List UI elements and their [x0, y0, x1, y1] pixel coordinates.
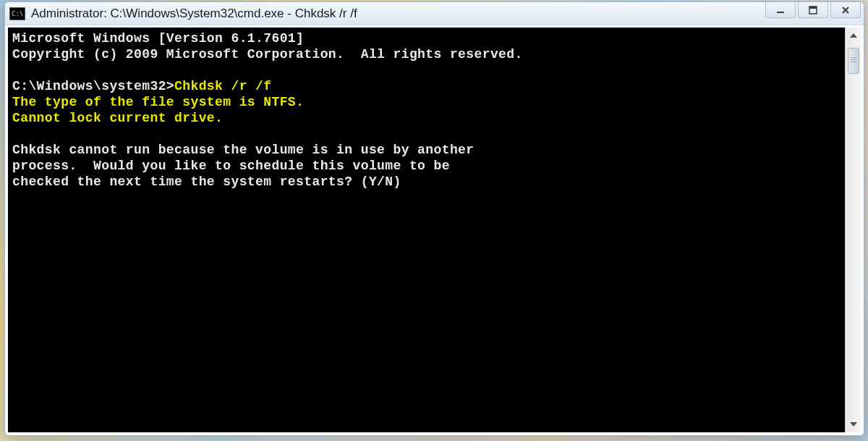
prompt-text: C:\Windows\system32> [12, 79, 174, 93]
console-line: Chkdsk cannot run because the volume is … [12, 142, 841, 158]
scroll-thumb[interactable] [848, 48, 859, 74]
console-line [12, 126, 841, 142]
console-line: Microsoft Windows [Version 6.1.7601] [12, 30, 841, 46]
console-line: checked the next time the system restart… [12, 174, 841, 190]
cmd-window: C:\ Administrator: C:\Windows\System32\c… [4, 1, 864, 436]
console-line: C:\Windows\system32>Chkdsk /r /f [12, 78, 841, 94]
chevron-down-icon [850, 422, 857, 427]
chevron-up-icon [850, 33, 857, 38]
console-line: Copyright (c) 2009 Microsoft Corporation… [12, 46, 841, 62]
cmd-icon: C:\ [9, 7, 25, 20]
command-text: Chkdsk /r /f [174, 79, 271, 93]
close-icon [841, 6, 850, 14]
titlebar[interactable]: C:\ Administrator: C:\Windows\System32\c… [5, 2, 864, 25]
console-line: Cannot lock current drive. [12, 110, 841, 126]
scroll-down-button[interactable] [846, 416, 861, 432]
scroll-track[interactable] [846, 43, 861, 416]
console-line: process. Would you like to schedule this… [12, 158, 841, 174]
console-output: Microsoft Windows [Version 6.1.7601]Copy… [8, 28, 845, 432]
scroll-up-button[interactable] [846, 28, 861, 43]
client-area: Microsoft Windows [Version 6.1.7601]Copy… [5, 25, 864, 435]
close-button[interactable] [830, 2, 861, 18]
window-controls [765, 2, 861, 18]
console[interactable]: Microsoft Windows [Version 6.1.7601]Copy… [8, 28, 861, 432]
maximize-icon [809, 6, 817, 14]
window-title: Administrator: C:\Windows\System32\cmd.e… [31, 7, 357, 21]
minimize-button[interactable] [765, 2, 796, 18]
console-line: The type of the file system is NTFS. [12, 94, 841, 110]
console-line [12, 62, 841, 78]
svg-rect-0 [777, 12, 784, 13]
svg-rect-2 [809, 7, 817, 9]
vertical-scrollbar[interactable] [845, 28, 861, 432]
maximize-button[interactable] [798, 2, 828, 18]
minimize-icon [776, 6, 785, 14]
